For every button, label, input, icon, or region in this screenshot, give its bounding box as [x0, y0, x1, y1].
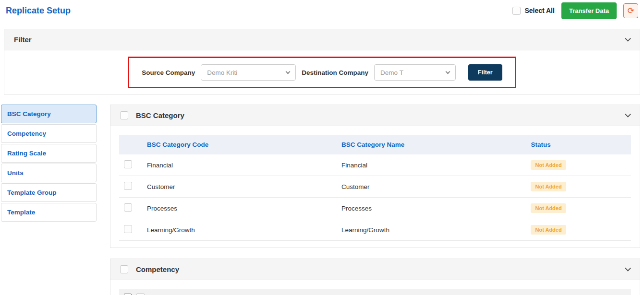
- column-header-group-name: Group Name: [356, 289, 545, 295]
- destination-company-value: Demo T: [380, 69, 403, 76]
- row-checkbox[interactable]: [124, 182, 132, 190]
- bsc-category-panel-title: BSC Category: [136, 111, 184, 119]
- bsc-name-cell: Customer: [337, 176, 526, 198]
- sidebar-item-bsc-category[interactable]: BSC Category: [1, 105, 97, 123]
- chevron-down-icon[interactable]: [625, 35, 631, 42]
- content-area: BSC Category BSC Category Code BSC Categ…: [110, 105, 640, 295]
- bsc-name-cell: Financial: [337, 154, 526, 176]
- competency-panel-title: Competency: [136, 265, 179, 273]
- row-checkbox[interactable]: [124, 160, 132, 168]
- status-badge: Not Added: [531, 160, 566, 170]
- bsc-category-table: BSC Category Code BSC Category Name Stat…: [119, 135, 631, 241]
- select-all-checkbox[interactable]: [512, 7, 521, 15]
- refresh-icon: ⟳: [627, 7, 634, 15]
- sidebar-item-template[interactable]: Template: [1, 203, 97, 222]
- sidebar-item-competency[interactable]: Competency: [1, 124, 97, 143]
- filter-panel-header[interactable]: Filter: [4, 29, 640, 50]
- top-bar-actions: Select All Transfer Data ⟳: [512, 2, 638, 19]
- select-all: Select All: [512, 7, 555, 15]
- header-spacer-cell: [119, 135, 142, 154]
- bsc-category-panel-checkbox[interactable]: [120, 111, 128, 119]
- chevron-down-icon: [446, 70, 450, 74]
- table-header-row: + Group Code Group Name Status: [119, 289, 631, 295]
- bsc-category-panel-header[interactable]: BSC Category: [110, 105, 640, 126]
- filter-panel: Filter Source Company Demo Kriti Destina…: [4, 29, 640, 95]
- status-badge: Not Added: [531, 203, 566, 213]
- top-bar: Replicate Setup Select All Transfer Data…: [0, 0, 644, 21]
- column-header-status: Status: [526, 135, 631, 154]
- destination-company-label: Destination Company: [302, 69, 368, 76]
- chevron-down-icon: [286, 70, 291, 74]
- bsc-category-panel: BSC Category BSC Category Code BSC Categ…: [110, 105, 640, 248]
- column-header-name: BSC Category Name: [337, 135, 526, 154]
- competency-panel-header[interactable]: Competency: [110, 259, 640, 280]
- table-row: Processes Processes Not Added: [119, 198, 631, 219]
- column-header-code: BSC Category Code: [142, 135, 337, 154]
- competency-table: + Group Code Group Name Status: [119, 289, 631, 295]
- select-all-label: Select All: [524, 7, 555, 14]
- competency-panel: Competency + Group Code: [110, 259, 640, 295]
- source-company-value: Demo Kriti: [207, 69, 237, 76]
- row-checkbox[interactable]: [124, 225, 132, 233]
- bsc-code-cell: Learning/Growth: [142, 219, 337, 241]
- competency-header-checkbox[interactable]: [136, 293, 145, 295]
- status-badge: Not Added: [531, 225, 566, 235]
- destination-company-select[interactable]: Demo T: [374, 64, 456, 81]
- refresh-button[interactable]: ⟳: [623, 3, 638, 18]
- source-company-select[interactable]: Demo Kriti: [201, 64, 296, 81]
- chevron-down-icon[interactable]: [625, 111, 631, 118]
- table-header-row: BSC Category Code BSC Category Name Stat…: [119, 135, 631, 154]
- column-header-status: Status: [545, 289, 631, 295]
- filter-panel-title: Filter: [14, 35, 32, 44]
- transfer-data-button[interactable]: Transfer Data: [561, 2, 617, 19]
- bsc-code-cell: Financial: [142, 154, 337, 176]
- competency-table-wrap: + Group Code Group Name Status: [110, 280, 640, 295]
- table-row: Financial Financial Not Added: [119, 154, 631, 176]
- source-company-label: Source Company: [142, 69, 195, 76]
- column-header-group-code: Group Code: [161, 289, 356, 295]
- status-badge: Not Added: [531, 182, 566, 191]
- row-checkbox[interactable]: [124, 203, 132, 212]
- page-title: Replicate Setup: [6, 6, 71, 16]
- bsc-name-cell: Processes: [337, 198, 526, 219]
- competency-panel-checkbox[interactable]: [120, 265, 128, 273]
- sidebar-item-rating-scale[interactable]: Rating Scale: [1, 144, 97, 163]
- table-row: Learning/Growth Learning/Growth Not Adde…: [119, 219, 631, 241]
- chevron-down-icon[interactable]: [625, 265, 631, 271]
- table-row: Customer Customer Not Added: [119, 176, 631, 198]
- filter-button[interactable]: Filter: [468, 64, 502, 81]
- main-area: BSC Category Competency Rating Scale Uni…: [0, 105, 644, 295]
- bsc-name-cell: Learning/Growth: [337, 219, 526, 241]
- red-highlight-annotation: Source Company Demo Kriti Destination Co…: [128, 57, 516, 88]
- bsc-code-cell: Processes: [142, 198, 337, 219]
- sidebar: BSC Category Competency Rating Scale Uni…: [1, 105, 97, 295]
- expand-all-icon[interactable]: +: [124, 294, 132, 295]
- bsc-code-cell: Customer: [142, 176, 337, 198]
- bsc-category-table-wrap: BSC Category Code BSC Category Name Stat…: [110, 126, 640, 248]
- sidebar-item-template-group[interactable]: Template Group: [1, 183, 97, 202]
- sidebar-item-units[interactable]: Units: [1, 164, 97, 182]
- header-icons-cell: +: [119, 289, 161, 295]
- filter-panel-body: Source Company Demo Kriti Destination Co…: [4, 50, 640, 94]
